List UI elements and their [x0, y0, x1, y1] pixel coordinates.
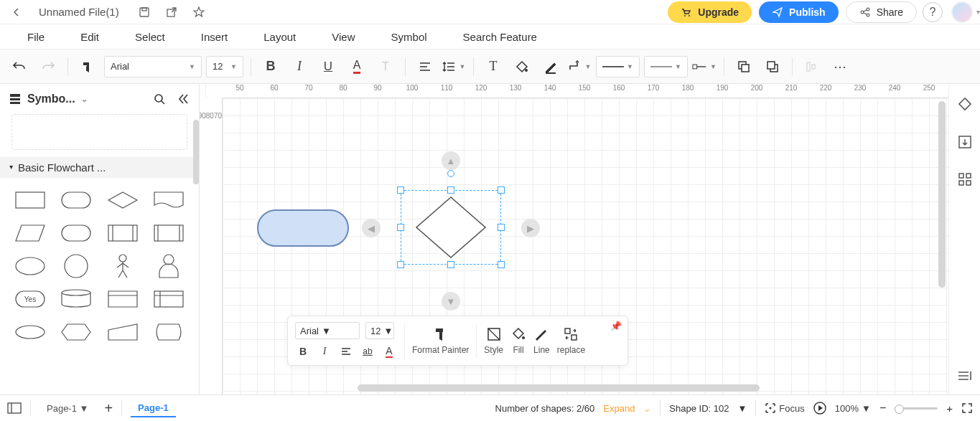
shape-card[interactable] — [101, 284, 144, 314]
apps-icon[interactable] — [956, 170, 974, 189]
connect-hint-left[interactable]: ◀ — [362, 219, 381, 237]
more-icon[interactable]: ⋯ — [829, 55, 853, 79]
ctx-line[interactable]: Line — [533, 326, 550, 355]
menu-select[interactable]: Select — [135, 31, 165, 43]
export-icon[interactable] — [956, 133, 974, 151]
star-icon[interactable] — [190, 3, 208, 22]
menu-file[interactable]: File — [27, 31, 45, 43]
menu-symbol[interactable]: Symbol — [391, 31, 427, 43]
layers-icon[interactable] — [956, 366, 974, 384]
line-spacing-icon[interactable]: ▼ — [442, 55, 466, 79]
zoom-in-icon[interactable]: + — [946, 402, 953, 415]
zoom-level[interactable]: 100% ▼ — [835, 403, 871, 414]
bring-front-icon[interactable] — [732, 55, 756, 79]
ctx-fill[interactable]: Fill — [510, 326, 526, 355]
shape-manual-input[interactable] — [101, 317, 144, 347]
shape-user[interactable] — [147, 251, 190, 281]
resize-handle-s[interactable] — [447, 261, 454, 268]
canvas-v-scrollbar[interactable] — [938, 101, 946, 288]
resize-handle-se[interactable] — [498, 261, 505, 268]
zoom-out-icon[interactable]: − — [879, 402, 886, 415]
add-page-icon[interactable]: + — [104, 400, 113, 417]
open-external-icon[interactable] — [162, 3, 181, 22]
shape-display[interactable] — [147, 317, 190, 347]
send-back-icon[interactable] — [760, 55, 785, 79]
ctx-font-size[interactable]: 12▼ — [365, 322, 394, 339]
connect-hint-down[interactable]: ▼ — [442, 292, 460, 311]
connect-hint-up[interactable]: ▲ — [442, 151, 460, 170]
shape-ellipse[interactable] — [9, 251, 52, 281]
format-painter-icon[interactable] — [75, 55, 100, 79]
ctx-font-family[interactable]: Arial▼ — [295, 322, 360, 339]
shape-database[interactable] — [55, 284, 98, 314]
shape-circle[interactable] — [55, 251, 98, 281]
shape-predefined[interactable] — [101, 218, 144, 248]
shape-rounded-rect[interactable] — [55, 185, 98, 215]
search-icon[interactable] — [153, 93, 166, 105]
shape-actor[interactable] — [101, 251, 144, 281]
menu-layout[interactable]: Layout — [263, 31, 296, 43]
text-tool-icon[interactable]: T — [481, 55, 505, 79]
theme-icon[interactable] — [956, 95, 974, 114]
share-button[interactable]: Share — [846, 1, 917, 23]
ctx-format-painter[interactable]: Format Painter — [412, 326, 469, 355]
menu-insert[interactable]: Insert — [201, 31, 228, 43]
menu-view[interactable]: View — [332, 31, 355, 43]
outline-icon[interactable] — [7, 402, 22, 414]
font-family-select[interactable]: Arial▼ — [104, 56, 202, 77]
section-basic-flowchart[interactable]: Basic Flowchart ... — [0, 157, 199, 178]
shape-subprocess[interactable] — [147, 218, 190, 248]
connector-icon[interactable]: ▼ — [567, 55, 592, 79]
undo-icon[interactable] — [7, 55, 32, 79]
ctx-replace[interactable]: replace — [557, 326, 585, 355]
fill-icon[interactable] — [510, 55, 534, 79]
page-select[interactable]: Page-1 ▼ — [39, 400, 95, 417]
sidebar-scrollbar[interactable] — [193, 120, 199, 184]
shape-hexagon[interactable] — [55, 317, 98, 347]
canvas-h-scrollbar[interactable] — [358, 384, 760, 392]
zoom-slider[interactable] — [895, 407, 938, 410]
redo-icon[interactable] — [36, 55, 60, 79]
present-icon[interactable] — [813, 402, 826, 415]
align-icon[interactable] — [413, 55, 437, 79]
shape-yes-terminator[interactable]: Yes — [9, 284, 52, 314]
upgrade-button[interactable]: Upgrade — [668, 1, 752, 23]
font-color-icon[interactable]: A — [345, 55, 369, 79]
drop-zone[interactable] — [11, 114, 187, 150]
resize-handle-e[interactable] — [498, 224, 505, 231]
arrow-start-icon[interactable]: ▼ — [692, 55, 717, 79]
resize-handle-n[interactable] — [447, 186, 454, 194]
shape-terminator[interactable] — [55, 218, 98, 248]
focus-button[interactable]: Focus — [765, 402, 804, 414]
font-size-select[interactable]: 12▼ — [206, 56, 243, 77]
back-icon[interactable] — [7, 3, 26, 22]
shape-parallelogram[interactable] — [9, 218, 52, 248]
ctx-align-icon[interactable] — [338, 344, 354, 359]
menu-search-feature[interactable]: Search Feature — [463, 31, 537, 43]
shape-document[interactable] — [147, 185, 190, 215]
expand-link[interactable]: Expand — [603, 403, 635, 414]
pin-icon[interactable]: 📌 — [610, 321, 622, 331]
strike-icon[interactable]: T — [373, 55, 398, 79]
page-tab-1[interactable]: Page-1 — [131, 399, 176, 417]
canvas-shape-terminator[interactable] — [257, 209, 349, 247]
resize-handle-ne[interactable] — [498, 186, 505, 194]
fullscreen-icon[interactable] — [961, 402, 973, 414]
ctx-italic-icon[interactable]: I — [317, 344, 332, 359]
underline-icon[interactable]: U — [316, 55, 340, 79]
bold-icon[interactable]: B — [258, 55, 283, 79]
line-color-icon[interactable] — [538, 55, 563, 79]
menu-edit[interactable]: Edit — [80, 31, 99, 43]
help-icon[interactable]: ? — [923, 2, 943, 22]
resize-handle-sw[interactable] — [397, 261, 404, 268]
expand-chevron-icon[interactable]: ⌄ — [643, 403, 651, 414]
resize-handle-w[interactable] — [397, 224, 404, 231]
connect-hint-right[interactable]: ▶ — [521, 219, 540, 237]
shape-rectangle[interactable] — [9, 185, 52, 215]
resize-handle-nw[interactable] — [397, 186, 404, 194]
ctx-textcase-icon[interactable]: ab — [360, 344, 375, 359]
line-weight-select[interactable]: ▼ — [644, 56, 688, 77]
ctx-fontcolor-icon[interactable]: A — [381, 344, 397, 359]
italic-icon[interactable]: I — [287, 55, 312, 79]
collapse-icon[interactable] — [177, 93, 190, 105]
